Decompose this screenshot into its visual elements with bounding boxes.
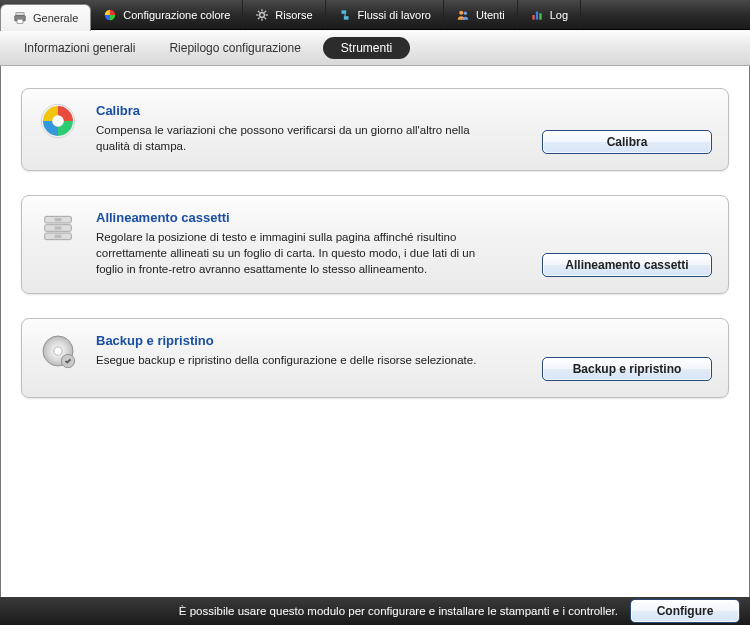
calibra-button[interactable]: Calibra	[542, 130, 712, 154]
workflow-icon	[338, 8, 352, 22]
tab-risorse[interactable]: Risorse	[243, 0, 325, 29]
subnav-strumenti[interactable]: Strumenti	[323, 37, 410, 59]
svg-point-4	[260, 12, 265, 17]
svg-line-10	[265, 17, 267, 19]
configure-button[interactable]: Configure	[630, 599, 740, 623]
tab-label: Generale	[33, 12, 78, 24]
users-icon	[456, 8, 470, 22]
footer-text: È possibile usare questo modulo per conf…	[179, 605, 618, 617]
tab-flussi-di-lavoro[interactable]: Flussi di lavoro	[326, 0, 444, 29]
tab-log[interactable]: Log	[518, 0, 581, 29]
printer-icon	[13, 11, 27, 25]
tab-configurazione-colore[interactable]: Configurazione colore	[91, 0, 243, 29]
content-area: Calibra Compensa le variazioni che posso…	[0, 66, 750, 597]
panel-title: Calibra	[96, 103, 500, 118]
svg-point-19	[52, 115, 64, 127]
svg-rect-15	[532, 15, 534, 20]
panel-allineamento-cassetti: Allineamento cassetti Regolare la posizi…	[21, 195, 729, 294]
panel-title: Allineamento cassetti	[96, 210, 500, 225]
svg-rect-2	[17, 19, 23, 23]
panel-desc: Regolare la posizione di testo e immagin…	[96, 229, 500, 277]
svg-line-12	[265, 10, 267, 12]
panel-title: Backup e ripristino	[96, 333, 500, 348]
svg-rect-17	[539, 13, 541, 19]
tab-utenti[interactable]: Utenti	[444, 0, 518, 29]
svg-rect-25	[55, 235, 62, 238]
panel-desc: Compensa le variazioni che possono verif…	[96, 122, 500, 154]
tab-label: Flussi di lavoro	[358, 9, 431, 21]
top-nav: Generale Configurazione colore Risorse F…	[0, 0, 750, 30]
trays-icon	[38, 208, 78, 248]
svg-point-27	[54, 347, 62, 355]
svg-line-9	[258, 10, 260, 12]
tab-label: Utenti	[476, 9, 505, 21]
svg-rect-16	[536, 11, 538, 19]
tab-label: Log	[550, 9, 568, 21]
svg-point-13	[459, 10, 463, 14]
tab-label: Configurazione colore	[123, 9, 230, 21]
svg-point-14	[464, 11, 468, 15]
tab-generale[interactable]: Generale	[0, 4, 91, 31]
allineamento-cassetti-button[interactable]: Allineamento cassetti	[542, 253, 712, 277]
footer-bar: È possibile usare questo modulo per conf…	[0, 597, 750, 625]
panel-desc: Esegue backup e ripristino della configu…	[96, 352, 500, 368]
svg-line-11	[258, 17, 260, 19]
gear-icon	[255, 8, 269, 22]
svg-rect-23	[55, 218, 62, 221]
panel-backup-ripristino: Backup e ripristino Esegue backup e ripr…	[21, 318, 729, 398]
disc-icon	[38, 331, 78, 371]
svg-rect-24	[55, 227, 62, 230]
color-wheel-icon	[38, 101, 78, 141]
panel-calibra: Calibra Compensa le variazioni che posso…	[21, 88, 729, 171]
color-wheel-icon	[103, 8, 117, 22]
svg-rect-0	[16, 13, 24, 16]
sub-nav: Informazioni generali Riepilogo configur…	[0, 30, 750, 66]
subnav-informazioni-generali[interactable]: Informazioni generali	[12, 37, 147, 59]
tab-label: Risorse	[275, 9, 312, 21]
bar-chart-icon	[530, 8, 544, 22]
backup-ripristino-button[interactable]: Backup e ripristino	[542, 357, 712, 381]
subnav-riepilogo-configurazione[interactable]: Riepilogo configurazione	[157, 37, 312, 59]
